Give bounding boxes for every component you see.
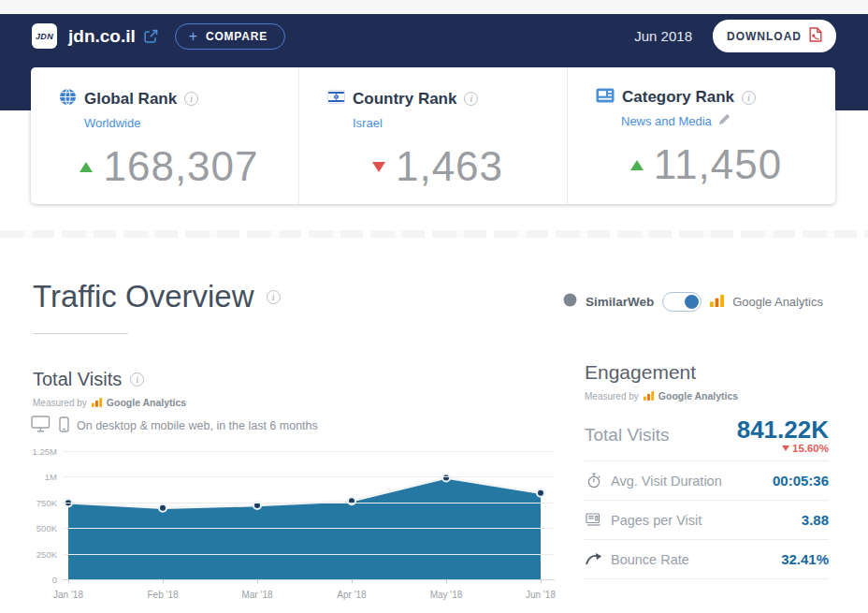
device-note: On desktop & mobile web, in the last 6 m… [77,419,318,432]
gridline [63,554,555,555]
google-analytics-logo-icon [92,394,102,411]
global-rank-value: 168,307 [103,143,258,190]
data-source-toggle-row: SimilarWeb Google Analytics [563,292,823,312]
category-rank-title: Category Rank [622,88,734,107]
israel-flag-icon [327,88,345,109]
mobile-icon [59,416,69,435]
y-axis-label: 0 [31,575,57,585]
globe-icon [59,88,77,109]
pencil-icon[interactable] [718,113,731,128]
measured-by-brand: Google Analytics [107,397,186,408]
info-icon[interactable]: i [267,290,281,304]
trend-up-icon [630,160,644,170]
category-icon [596,88,615,107]
data-point[interactable] [348,497,355,504]
global-rank-title: Global Rank [84,90,177,109]
gridline [63,451,555,452]
y-axis-label: 750K [31,498,57,508]
compare-label: COMPARE [206,30,268,43]
trend-down-icon [782,445,789,451]
total-visits-value: 841.22K [737,417,829,442]
top-strip [0,0,868,14]
global-rank-card: Global Rank i Worldwide 168,307 [31,67,298,204]
page-title: Traffic Overview [33,279,254,314]
engagement-row-total-visits: Total Visits 841.22K 15.60% [585,410,829,461]
y-axis-label: 1M [31,472,57,482]
info-icon[interactable]: i [184,92,198,106]
google-analytics-label: Google Analytics [732,295,823,309]
download-label: DOWNLOAD [727,30,802,43]
toggle-knob [685,295,699,309]
source-toggle-switch[interactable] [662,292,702,312]
data-point[interactable] [537,489,544,497]
gridline [63,476,555,477]
engagement-metrics: Total Visits 841.22K 15.60% Avg. Visit D… [585,410,829,579]
title-underline [34,333,128,334]
pages-icon [585,513,602,527]
google-analytics-logo-icon [710,294,724,311]
engagement-row-avg-visit-duration: Avg. Visit Duration 00:05:36 [585,461,829,501]
measured-by-prefix: Measured by [33,398,87,408]
measured-by-brand: Google Analytics [658,390,738,401]
total-visits-chart[interactable]: 1.25M1M750K500K250K0Jan '18Feb '18Mar '1… [31,445,557,610]
category-name: News and Media [621,114,712,128]
x-axis-label: Mar '18 [235,590,280,600]
similarweb-label: SimilarWeb [586,295,654,309]
category-rank-scope-link[interactable]: News and Media [621,113,731,128]
site-favicon: JDN [32,23,57,49]
engagement-title: Engagement [585,361,696,384]
device-note-row: On desktop & mobile web, in the last 6 m… [31,416,318,435]
compare-button[interactable]: + COMPARE [175,23,285,50]
rank-summary-card: Global Rank i Worldwide 168,307 Country … [31,67,835,204]
engagement-measured-by: Measured by Google Analytics [585,387,738,404]
y-axis-label: 500K [31,523,57,533]
country-rank-title: Country Rank [353,90,456,109]
measured-by-prefix: Measured by [585,391,639,401]
desktop-icon [31,416,51,435]
external-link-icon[interactable] [144,29,158,43]
x-axis-tick [352,579,353,583]
similarweb-logo-icon [563,293,577,311]
total-visits-chart-svg[interactable] [63,445,555,586]
header-bar: JDN jdn.co.il + COMPARE Jun 2018 DOWNLOA… [0,14,868,58]
category-rank-value: 11,450 [654,141,782,188]
info-icon[interactable]: i [130,372,144,387]
google-analytics-logo-icon [644,387,654,404]
data-point[interactable] [442,474,450,481]
y-axis-label: 250K [31,549,57,560]
x-axis-label: Jun '18 [518,590,563,600]
x-axis-label: Jan '18 [46,590,91,600]
gridline [63,579,555,580]
total-visits-change: 15.60% [737,443,829,454]
global-rank-scope-link[interactable]: Worldwide [84,116,140,130]
total-visits-title: Total Visits [33,369,122,390]
country-rank-scope-link[interactable]: Israel [353,116,383,130]
bounce-rate-value: 32.41% [781,551,829,567]
total-visits-measured-by: Measured by Google Analytics [33,394,186,411]
x-axis-tick [163,579,164,583]
date-selector[interactable]: Jun 2018 [634,28,692,44]
x-axis-label: Feb '18 [140,590,185,600]
site-title: jdn.co.il [68,26,136,47]
metric-label: Bounce Rate [611,552,689,567]
x-axis-tick [257,579,258,583]
info-icon[interactable]: i [464,92,478,106]
faded-watermark-strip [0,230,868,238]
engagement-row-bounce-rate: Bounce Rate 32.41% [585,540,829,579]
x-axis-label: May '18 [424,590,469,600]
plus-icon: + [189,32,198,41]
data-point[interactable] [159,504,166,512]
x-axis-tick [541,579,542,583]
metric-label: Total Visits [585,425,669,445]
gridline [63,503,555,504]
avg-visit-duration-value: 00:05:36 [773,473,829,489]
pdf-icon [809,27,822,45]
engagement-row-pages-per-visit: Pages per Visit 3.88 [585,501,829,540]
trend-up-icon [80,162,93,172]
trend-down-icon [372,162,385,172]
info-icon[interactable]: i [742,91,756,105]
stopwatch-icon [585,473,602,489]
country-rank-value: 1,463 [396,143,503,190]
pages-per-visit-value: 3.88 [802,512,829,528]
download-button[interactable]: DOWNLOAD [713,20,836,52]
